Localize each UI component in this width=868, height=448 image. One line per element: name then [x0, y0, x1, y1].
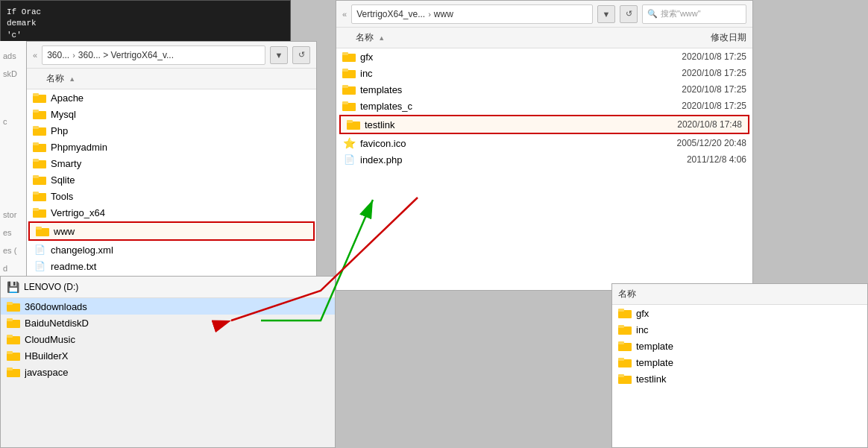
list-item[interactable]: Sqlite — [27, 171, 316, 188]
bottom-left-panel: 💾 LENOVO (D:) 360downloads BaiduNetdiskD… — [0, 276, 336, 448]
item-name: HBuilderX — [25, 350, 329, 362]
item-date: 2020/10/8 17:25 — [642, 68, 746, 78]
list-item[interactable]: CloudMusic — [1, 331, 335, 347]
drive-label: LENOVO (D:) — [24, 282, 78, 292]
item-name: Smarty — [51, 158, 310, 169]
middle-breadcrumb-sep: › — [428, 10, 431, 19]
item-name: template — [636, 341, 861, 352]
list-item[interactable]: Tools — [27, 188, 316, 204]
folder-icon — [342, 51, 356, 63]
middle-col-date: 修改日期 — [642, 31, 746, 44]
svg-rect-13 — [33, 192, 39, 195]
left-breadcrumb-chevron: « — [33, 51, 37, 60]
svg-rect-45 — [618, 358, 624, 361]
list-item[interactable]: Apache — [27, 89, 316, 106]
left-explorer-header: « 360... › 360... > VertrigoX64_v... ▼ ↺ — [27, 42, 316, 69]
sort-arrow: ▲ — [378, 34, 385, 42]
partial-text-d: d — [3, 259, 25, 277]
list-item[interactable]: HBuilderX — [1, 347, 335, 364]
item-name: Phpmyadmin — [51, 142, 310, 153]
sort-arrow: ▲ — [69, 75, 75, 83]
item-name: gfx — [360, 51, 638, 63]
list-item[interactable]: 📄 index.php 2011/12/8 4:06 — [336, 151, 752, 168]
svg-rect-1 — [33, 93, 39, 96]
list-item[interactable]: 360downloads — [1, 298, 335, 315]
partial-text-es2: es ( — [3, 242, 25, 259]
item-name: 360downloads — [25, 301, 329, 312]
folder-icon — [347, 119, 360, 130]
item-name: BaiduNetdiskD — [25, 318, 329, 329]
middle-col-name: 名称 ▲ — [356, 31, 642, 44]
item-date: 2005/12/20 20:48 — [642, 138, 746, 148]
middle-breadcrumb-root: VertrigoX64_ve... — [356, 9, 425, 19]
partial-text-ads: ads — [3, 47, 25, 65]
svg-rect-39 — [618, 309, 624, 312]
list-item[interactable]: Smarty — [27, 155, 316, 171]
item-name: favicon.ico — [360, 138, 638, 149]
left-breadcrumb-sep: › — [72, 51, 75, 60]
list-item[interactable]: templates_c 2020/10/8 17:25 — [336, 98, 752, 114]
list-item[interactable]: 📄 changelog.xml — [27, 242, 316, 258]
left-dropdown-btn[interactable]: ▼ — [270, 46, 288, 64]
middle-dropdown-btn[interactable]: ▼ — [597, 5, 615, 23]
item-name: inc — [636, 324, 861, 335]
middle-breadcrumb[interactable]: VertrigoX64_ve... › www — [351, 4, 593, 24]
left-breadcrumb[interactable]: 360... › 360... > VertrigoX64_v... — [42, 45, 265, 65]
item-name: gfx — [636, 308, 861, 319]
list-item[interactable]: template — [612, 354, 867, 370]
left-refresh-btn[interactable]: ↺ — [292, 46, 310, 64]
list-item-www[interactable]: www — [28, 221, 315, 241]
item-name: Tools — [51, 191, 310, 202]
bottom-right-panel: 名称 gfx inc template template — [611, 283, 868, 448]
list-item[interactable]: inc 2020/10/8 17:25 — [336, 65, 752, 81]
svg-rect-21 — [342, 69, 348, 72]
folder-icon — [342, 67, 356, 79]
folder-icon — [618, 373, 632, 385]
item-name: inc — [360, 68, 638, 79]
svg-rect-35 — [7, 351, 13, 354]
svg-rect-43 — [618, 341, 624, 344]
item-name: templates — [360, 84, 638, 95]
list-item[interactable]: ⭐ favicon.ico 2005/12/20 20:48 — [336, 135, 752, 151]
svg-rect-33 — [7, 335, 13, 338]
svg-rect-11 — [33, 175, 39, 178]
xml-icon: 📄 — [33, 244, 46, 256]
folder-icon — [618, 307, 632, 319]
svg-rect-25 — [342, 101, 348, 104]
middle-file-list[interactable]: gfx 2020/10/8 17:25 inc 2020/10/8 17:25 … — [336, 48, 752, 290]
terminal-line: demark — [7, 18, 284, 29]
left-breadcrumb-root: 360... — [47, 50, 69, 60]
list-item-testlink[interactable]: testlink 2020/10/8 17:48 — [339, 115, 749, 134]
list-item[interactable]: Phpmyadmin — [27, 139, 316, 155]
partial-text-c: c — [3, 113, 25, 130]
bottom-left-list[interactable]: 360downloads BaiduNetdiskD CloudMusic HB… — [1, 298, 335, 380]
list-item[interactable]: Mysql — [27, 106, 316, 122]
svg-rect-5 — [33, 126, 39, 129]
item-name: template — [636, 357, 861, 368]
middle-breadcrumb-chevron: « — [342, 10, 347, 19]
list-item[interactable]: Vertrigo_x64 — [27, 204, 316, 221]
list-item[interactable]: template — [612, 338, 867, 354]
drive-icon: 💾 — [7, 281, 19, 293]
list-item[interactable]: Php — [27, 122, 316, 139]
item-name: testlink — [365, 119, 633, 130]
folder-icon — [618, 324, 632, 335]
folder-icon — [36, 225, 49, 237]
folder-icon — [33, 157, 46, 169]
list-item[interactable]: 📄 readme.txt — [27, 258, 316, 274]
item-name: Apache — [51, 92, 310, 104]
svg-rect-7 — [33, 142, 39, 145]
middle-search-box[interactable]: 🔍 搜索"www" — [642, 4, 746, 24]
list-item[interactable]: gfx — [612, 305, 867, 321]
folder-icon — [33, 174, 46, 186]
list-item[interactable]: gfx 2020/10/8 17:25 — [336, 48, 752, 65]
list-item[interactable]: inc — [612, 321, 867, 338]
middle-refresh-btn[interactable]: ↺ — [620, 5, 638, 23]
list-item[interactable]: templates 2020/10/8 17:25 — [336, 81, 752, 98]
bottom-right-list[interactable]: gfx inc template template testlink — [612, 305, 867, 420]
svg-rect-41 — [618, 325, 624, 328]
list-item[interactable]: testlink — [612, 370, 867, 387]
list-item[interactable]: BaiduNetdiskD — [1, 315, 335, 331]
item-date: 2020/10/8 17:25 — [642, 101, 746, 111]
list-item[interactable]: javaspace — [1, 364, 335, 380]
